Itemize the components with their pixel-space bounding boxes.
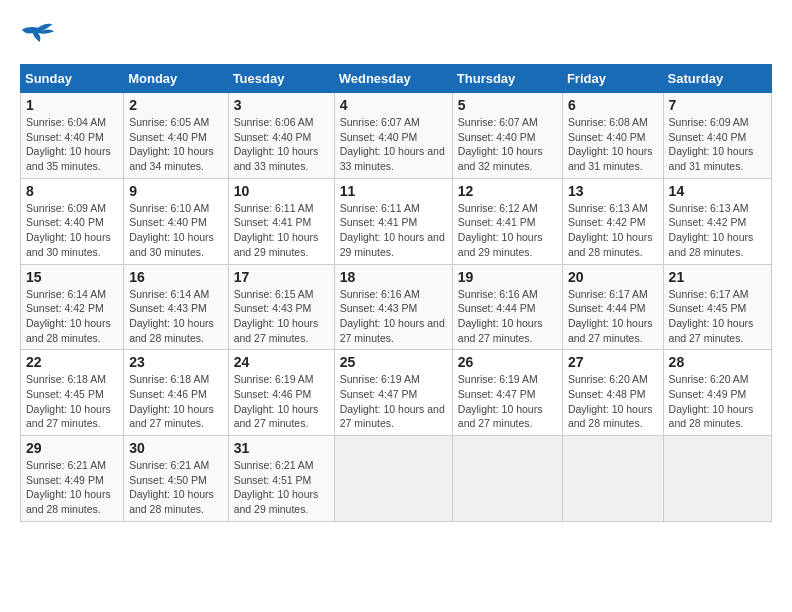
calendar-cell: 4Sunrise: 6:07 AMSunset: 4:40 PMDaylight…: [334, 93, 452, 179]
calendar-cell: 25Sunrise: 6:19 AMSunset: 4:47 PMDayligh…: [334, 350, 452, 436]
day-number: 3: [234, 97, 329, 113]
day-number: 2: [129, 97, 222, 113]
day-number: 5: [458, 97, 557, 113]
day-info: Sunrise: 6:15 AMSunset: 4:43 PMDaylight:…: [234, 287, 329, 346]
column-header-friday: Friday: [562, 65, 663, 93]
day-number: 31: [234, 440, 329, 456]
calendar-cell: 3Sunrise: 6:06 AMSunset: 4:40 PMDaylight…: [228, 93, 334, 179]
column-header-tuesday: Tuesday: [228, 65, 334, 93]
day-info: Sunrise: 6:05 AMSunset: 4:40 PMDaylight:…: [129, 115, 222, 174]
day-info: Sunrise: 6:07 AMSunset: 4:40 PMDaylight:…: [340, 115, 447, 174]
logo-icon: [20, 20, 56, 48]
calendar-cell: [334, 436, 452, 522]
day-number: 14: [669, 183, 766, 199]
day-number: 18: [340, 269, 447, 285]
day-info: Sunrise: 6:18 AMSunset: 4:46 PMDaylight:…: [129, 372, 222, 431]
day-number: 30: [129, 440, 222, 456]
calendar-cell: 20Sunrise: 6:17 AMSunset: 4:44 PMDayligh…: [562, 264, 663, 350]
calendar-table: SundayMondayTuesdayWednesdayThursdayFrid…: [20, 64, 772, 522]
calendar-cell: 21Sunrise: 6:17 AMSunset: 4:45 PMDayligh…: [663, 264, 771, 350]
calendar-cell: 13Sunrise: 6:13 AMSunset: 4:42 PMDayligh…: [562, 178, 663, 264]
day-number: 13: [568, 183, 658, 199]
day-info: Sunrise: 6:06 AMSunset: 4:40 PMDaylight:…: [234, 115, 329, 174]
day-number: 10: [234, 183, 329, 199]
calendar-cell: 24Sunrise: 6:19 AMSunset: 4:46 PMDayligh…: [228, 350, 334, 436]
day-info: Sunrise: 6:19 AMSunset: 4:47 PMDaylight:…: [340, 372, 447, 431]
calendar-cell: 8Sunrise: 6:09 AMSunset: 4:40 PMDaylight…: [21, 178, 124, 264]
day-info: Sunrise: 6:16 AMSunset: 4:43 PMDaylight:…: [340, 287, 447, 346]
day-number: 15: [26, 269, 118, 285]
column-header-thursday: Thursday: [452, 65, 562, 93]
calendar-cell: 17Sunrise: 6:15 AMSunset: 4:43 PMDayligh…: [228, 264, 334, 350]
day-number: 20: [568, 269, 658, 285]
calendar-row-2: 15Sunrise: 6:14 AMSunset: 4:42 PMDayligh…: [21, 264, 772, 350]
day-info: Sunrise: 6:10 AMSunset: 4:40 PMDaylight:…: [129, 201, 222, 260]
calendar-row-4: 29Sunrise: 6:21 AMSunset: 4:49 PMDayligh…: [21, 436, 772, 522]
day-info: Sunrise: 6:14 AMSunset: 4:43 PMDaylight:…: [129, 287, 222, 346]
day-number: 23: [129, 354, 222, 370]
day-number: 7: [669, 97, 766, 113]
day-info: Sunrise: 6:13 AMSunset: 4:42 PMDaylight:…: [669, 201, 766, 260]
calendar-cell: 23Sunrise: 6:18 AMSunset: 4:46 PMDayligh…: [124, 350, 228, 436]
calendar-cell: 19Sunrise: 6:16 AMSunset: 4:44 PMDayligh…: [452, 264, 562, 350]
day-number: 17: [234, 269, 329, 285]
day-info: Sunrise: 6:07 AMSunset: 4:40 PMDaylight:…: [458, 115, 557, 174]
calendar-cell: 1Sunrise: 6:04 AMSunset: 4:40 PMDaylight…: [21, 93, 124, 179]
calendar-cell: 18Sunrise: 6:16 AMSunset: 4:43 PMDayligh…: [334, 264, 452, 350]
day-number: 25: [340, 354, 447, 370]
calendar-cell: 16Sunrise: 6:14 AMSunset: 4:43 PMDayligh…: [124, 264, 228, 350]
calendar-cell: 15Sunrise: 6:14 AMSunset: 4:42 PMDayligh…: [21, 264, 124, 350]
day-number: 22: [26, 354, 118, 370]
calendar-cell: 28Sunrise: 6:20 AMSunset: 4:49 PMDayligh…: [663, 350, 771, 436]
day-number: 8: [26, 183, 118, 199]
day-number: 4: [340, 97, 447, 113]
column-header-saturday: Saturday: [663, 65, 771, 93]
calendar-cell: [663, 436, 771, 522]
day-info: Sunrise: 6:20 AMSunset: 4:49 PMDaylight:…: [669, 372, 766, 431]
calendar-row-0: 1Sunrise: 6:04 AMSunset: 4:40 PMDaylight…: [21, 93, 772, 179]
day-info: Sunrise: 6:17 AMSunset: 4:44 PMDaylight:…: [568, 287, 658, 346]
calendar-header-row: SundayMondayTuesdayWednesdayThursdayFrid…: [21, 65, 772, 93]
day-number: 9: [129, 183, 222, 199]
calendar-cell: 27Sunrise: 6:20 AMSunset: 4:48 PMDayligh…: [562, 350, 663, 436]
column-header-wednesday: Wednesday: [334, 65, 452, 93]
day-info: Sunrise: 6:09 AMSunset: 4:40 PMDaylight:…: [669, 115, 766, 174]
calendar-cell: 22Sunrise: 6:18 AMSunset: 4:45 PMDayligh…: [21, 350, 124, 436]
day-info: Sunrise: 6:20 AMSunset: 4:48 PMDaylight:…: [568, 372, 658, 431]
day-info: Sunrise: 6:21 AMSunset: 4:51 PMDaylight:…: [234, 458, 329, 517]
calendar-cell: 12Sunrise: 6:12 AMSunset: 4:41 PMDayligh…: [452, 178, 562, 264]
column-header-sunday: Sunday: [21, 65, 124, 93]
calendar-cell: [562, 436, 663, 522]
calendar-cell: 29Sunrise: 6:21 AMSunset: 4:49 PMDayligh…: [21, 436, 124, 522]
calendar-cell: 31Sunrise: 6:21 AMSunset: 4:51 PMDayligh…: [228, 436, 334, 522]
calendar-row-3: 22Sunrise: 6:18 AMSunset: 4:45 PMDayligh…: [21, 350, 772, 436]
day-info: Sunrise: 6:19 AMSunset: 4:47 PMDaylight:…: [458, 372, 557, 431]
day-number: 21: [669, 269, 766, 285]
calendar-cell: 11Sunrise: 6:11 AMSunset: 4:41 PMDayligh…: [334, 178, 452, 264]
day-number: 1: [26, 97, 118, 113]
calendar-cell: [452, 436, 562, 522]
day-info: Sunrise: 6:21 AMSunset: 4:50 PMDaylight:…: [129, 458, 222, 517]
calendar-cell: 10Sunrise: 6:11 AMSunset: 4:41 PMDayligh…: [228, 178, 334, 264]
day-info: Sunrise: 6:21 AMSunset: 4:49 PMDaylight:…: [26, 458, 118, 517]
header: [20, 20, 772, 48]
column-header-monday: Monday: [124, 65, 228, 93]
day-info: Sunrise: 6:04 AMSunset: 4:40 PMDaylight:…: [26, 115, 118, 174]
day-info: Sunrise: 6:11 AMSunset: 4:41 PMDaylight:…: [340, 201, 447, 260]
calendar-cell: 6Sunrise: 6:08 AMSunset: 4:40 PMDaylight…: [562, 93, 663, 179]
day-number: 27: [568, 354, 658, 370]
day-number: 28: [669, 354, 766, 370]
day-info: Sunrise: 6:18 AMSunset: 4:45 PMDaylight:…: [26, 372, 118, 431]
day-number: 12: [458, 183, 557, 199]
day-info: Sunrise: 6:16 AMSunset: 4:44 PMDaylight:…: [458, 287, 557, 346]
day-info: Sunrise: 6:17 AMSunset: 4:45 PMDaylight:…: [669, 287, 766, 346]
day-info: Sunrise: 6:19 AMSunset: 4:46 PMDaylight:…: [234, 372, 329, 431]
calendar-cell: 9Sunrise: 6:10 AMSunset: 4:40 PMDaylight…: [124, 178, 228, 264]
calendar-cell: 2Sunrise: 6:05 AMSunset: 4:40 PMDaylight…: [124, 93, 228, 179]
day-info: Sunrise: 6:12 AMSunset: 4:41 PMDaylight:…: [458, 201, 557, 260]
day-number: 16: [129, 269, 222, 285]
day-number: 26: [458, 354, 557, 370]
day-number: 19: [458, 269, 557, 285]
calendar-cell: 14Sunrise: 6:13 AMSunset: 4:42 PMDayligh…: [663, 178, 771, 264]
calendar-cell: 5Sunrise: 6:07 AMSunset: 4:40 PMDaylight…: [452, 93, 562, 179]
